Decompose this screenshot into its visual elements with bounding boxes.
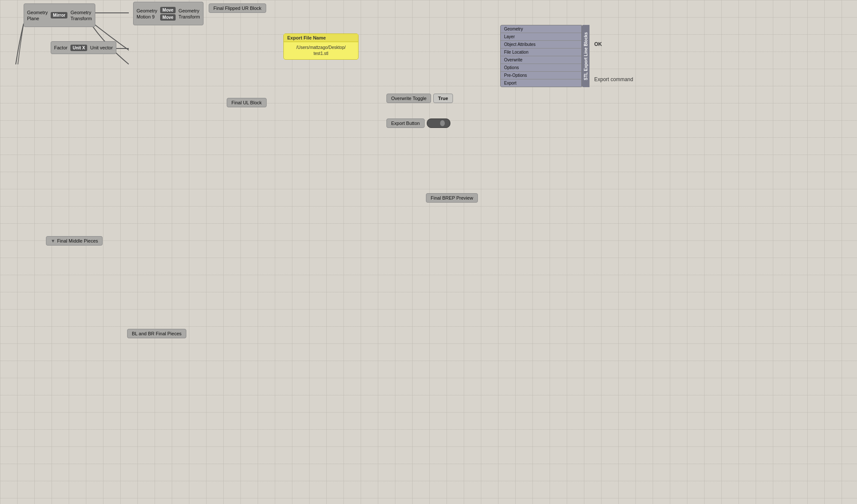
- stl-row-file-location: File Location: [501, 49, 581, 56]
- stl-row-geometry: Geometry: [501, 25, 581, 33]
- export-file-path: /Users/mattzago/Desktop/test1.stl: [284, 42, 358, 59]
- overwrite-toggle-label: Overwrite Toggle: [386, 94, 431, 103]
- factor-badge: Unit X: [70, 45, 87, 51]
- export-file-header: Export File Name: [284, 34, 358, 42]
- final-mid-label: Final Middle Pieces: [57, 238, 98, 243]
- node-final-brep[interactable]: Final BREP Preview: [426, 193, 478, 203]
- geom1-right1: Geometry: [70, 10, 92, 15]
- final-mid-icon: ▼: [51, 238, 55, 243]
- canvas-background: [0, 0, 857, 504]
- stl-export-cmd-label: Export command: [594, 76, 633, 82]
- stl-panel-title: STL Export Line Blocks: [582, 25, 590, 87]
- factor-unit: Unit vector: [87, 43, 116, 52]
- stl-row-options: Options: [501, 64, 581, 72]
- node-geometry1[interactable]: Geometry Plane Mirror Geometry Transform: [24, 3, 95, 27]
- export-button-label: Export Button: [386, 118, 425, 128]
- node-factor[interactable]: Factor Unit X Unit vector: [51, 41, 116, 54]
- node-overwrite-toggle[interactable]: Overwrite Toggle True: [386, 94, 453, 103]
- geommotion-right1: Geometry: [179, 8, 200, 13]
- stl-row-pre-options: Pre-Options: [501, 72, 581, 79]
- geommotion-badge1: Move: [160, 7, 176, 13]
- final-ur-label: Final Flipped UR Block: [213, 6, 261, 11]
- geom1-right2: Transform: [70, 16, 92, 21]
- node-final-mid[interactable]: ▼ Final Middle Pieces: [46, 236, 103, 246]
- geommotion-badge2: Move: [160, 14, 176, 21]
- factor-label: Factor: [51, 43, 70, 52]
- node-final-ur[interactable]: Final Flipped UR Block: [209, 3, 266, 13]
- node-geommotion[interactable]: Geometry Motion 9 Move Move Geometry Tra…: [133, 2, 204, 25]
- stl-row-object-attributes: Object Attributes: [501, 41, 581, 49]
- node-final-ul[interactable]: Final UL Block: [227, 98, 267, 107]
- geommotion-label2: Motion 9: [137, 14, 157, 19]
- stl-row-layer: Layer: [501, 33, 581, 41]
- overwrite-toggle-value[interactable]: True: [433, 94, 453, 103]
- export-button-toggle-inner: [440, 120, 445, 126]
- geom1-label2: Plane: [27, 16, 48, 21]
- geom1-label1: Geometry: [27, 10, 48, 15]
- node-final-bl[interactable]: BL and BR Final Pieces: [127, 329, 186, 338]
- geom1-badge: Mirror: [51, 12, 67, 18]
- final-brep-label: Final BREP Preview: [431, 195, 473, 200]
- geommotion-right2: Transform: [179, 14, 200, 19]
- export-button-toggle[interactable]: [427, 118, 450, 128]
- node-export-file[interactable]: Export File Name /Users/mattzago/Desktop…: [283, 33, 359, 60]
- node-export-button[interactable]: Export Button: [386, 118, 450, 128]
- geommotion-label1: Geometry: [137, 8, 157, 13]
- stl-row-overwrite: Overwrite: [501, 56, 581, 64]
- stl-row-export: Export: [501, 79, 581, 87]
- final-bl-label: BL and BR Final Pieces: [132, 331, 182, 336]
- stl-ok-label: OK: [594, 41, 602, 47]
- node-stl-panel[interactable]: Geometry Layer Object Attributes File Lo…: [500, 25, 590, 87]
- final-ul-label: Final UL Block: [231, 100, 262, 105]
